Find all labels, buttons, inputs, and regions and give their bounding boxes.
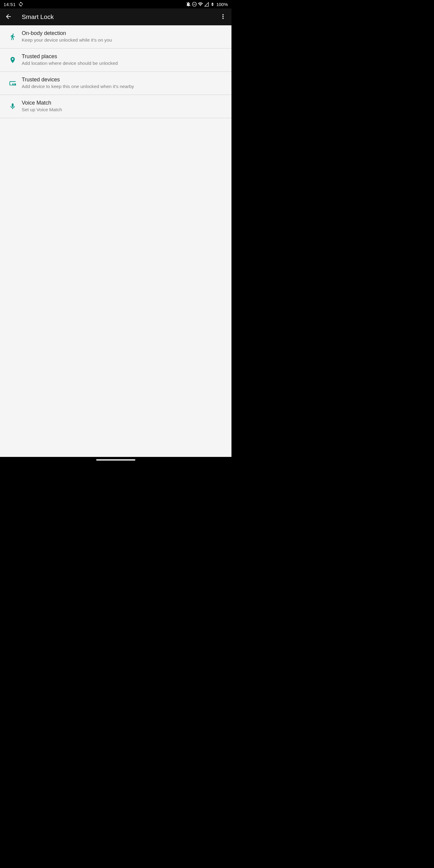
notifications-off-icon (186, 1, 191, 7)
trusted-devices-item[interactable]: Trusted devices Add device to keep this … (0, 72, 231, 95)
wifi-icon (198, 1, 203, 7)
page-title: Smart Lock (22, 13, 217, 21)
more-vert-icon (219, 13, 227, 21)
list-item-title: Trusted devices (22, 76, 225, 83)
cellular-signal-icon (204, 1, 209, 7)
app-bar: Smart Lock (0, 8, 231, 25)
battery-charging-icon (210, 1, 215, 7)
status-bar-right: 100% (186, 1, 228, 7)
do-not-disturb-icon (192, 1, 197, 7)
status-time: 14:51 (4, 2, 16, 7)
arrow-back-icon (5, 13, 12, 21)
list-item-title: On-body detection (22, 30, 225, 36)
devices-icon (4, 79, 22, 87)
list-item-subtitle: Add location where device should be unlo… (22, 60, 225, 67)
list-item-subtitle: Add device to keep this one unlocked whe… (22, 84, 225, 90)
microphone-icon (4, 103, 22, 110)
list-item-title: Voice Match (22, 100, 225, 106)
settings-list: On-body detection Keep your device unloc… (0, 25, 231, 457)
place-pin-icon (4, 56, 22, 64)
navigation-bar (0, 457, 231, 463)
back-button[interactable] (2, 11, 14, 23)
status-bar-left: 14:51 (4, 1, 24, 7)
walking-person-icon (4, 33, 22, 40)
rotate-lock-icon (18, 1, 24, 7)
battery-percentage: 100% (216, 2, 228, 7)
overflow-menu-button[interactable] (217, 11, 229, 23)
gesture-handle[interactable] (96, 459, 135, 461)
voice-match-item[interactable]: Voice Match Set up Voice Match (0, 95, 231, 118)
list-item-subtitle: Set up Voice Match (22, 107, 225, 113)
list-item-title: Trusted places (22, 53, 225, 60)
list-item-subtitle: Keep your device unlocked while it's on … (22, 37, 225, 43)
on-body-detection-item[interactable]: On-body detection Keep your device unloc… (0, 25, 231, 49)
status-bar: 14:51 100% (0, 0, 231, 8)
trusted-places-item[interactable]: Trusted places Add location where device… (0, 49, 231, 72)
